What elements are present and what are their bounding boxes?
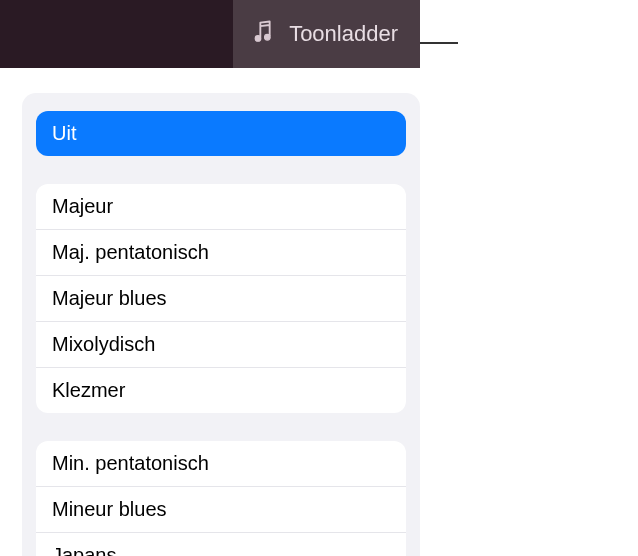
scale-group-2: Min. pentatonisch Mineur blues Japans xyxy=(36,441,406,556)
scale-item-klezmer[interactable]: Klezmer xyxy=(36,368,406,413)
scale-item-mixolydian[interactable]: Mixolydisch xyxy=(36,322,406,368)
scale-item-minor-blues[interactable]: Mineur blues xyxy=(36,487,406,533)
scale-item-japanese[interactable]: Japans xyxy=(36,533,406,556)
scale-item-major-pentatonic[interactable]: Maj. pentatonisch xyxy=(36,230,406,276)
scale-group-1: Majeur Maj. pentatonisch Majeur blues Mi… xyxy=(36,184,406,413)
scale-button[interactable]: Toonladder xyxy=(233,0,420,68)
annotation-line xyxy=(420,42,458,44)
scale-item-minor-pentatonic[interactable]: Min. pentatonisch xyxy=(36,441,406,487)
svg-point-1 xyxy=(265,34,271,40)
scale-popover: Uit Majeur Maj. pentatonisch Majeur blue… xyxy=(22,93,420,556)
scale-item-major-blues[interactable]: Majeur blues xyxy=(36,276,406,322)
music-notes-icon xyxy=(251,18,279,50)
svg-point-0 xyxy=(255,36,261,42)
scale-group-0: Uit xyxy=(36,111,406,156)
scale-item-major[interactable]: Majeur xyxy=(36,184,406,230)
scale-item-off[interactable]: Uit xyxy=(36,111,406,156)
toolbar: Toonladder xyxy=(0,0,420,68)
scale-button-label: Toonladder xyxy=(289,21,398,47)
